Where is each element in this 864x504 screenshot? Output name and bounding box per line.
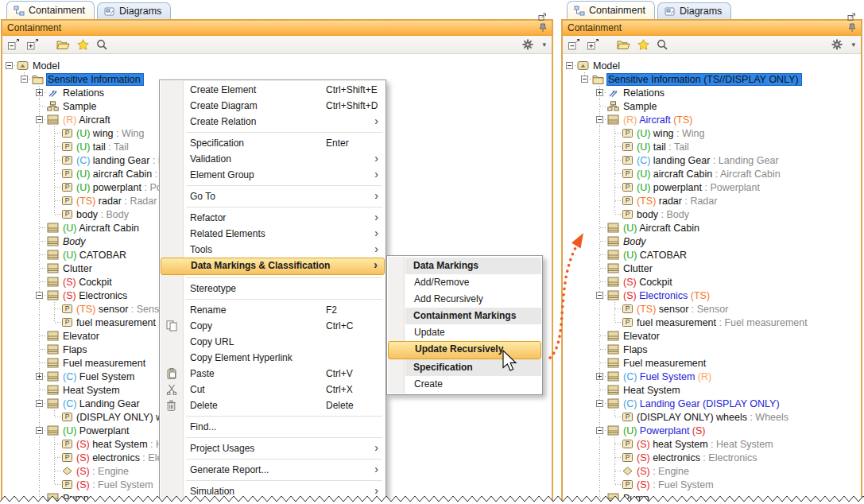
- menu-item-tools[interactable]: Tools›: [161, 242, 385, 258]
- menu-item-rename[interactable]: RenameF2: [161, 302, 385, 318]
- tree-row[interactable]: Flaps: [563, 343, 861, 356]
- tree-row[interactable]: Fuel measurement: [563, 356, 861, 370]
- collapse-all-button[interactable]: [587, 39, 599, 50]
- dropdown-arrow-icon[interactable]: ▾: [851, 41, 855, 48]
- expand-toggle[interactable]: [21, 76, 28, 83]
- tree-row[interactable]: (S) : Engine: [563, 464, 861, 478]
- tree-row[interactable]: (S) Electronics (TS): [563, 289, 861, 302]
- favorites-star-button[interactable]: [637, 39, 649, 50]
- tree-row[interactable]: P(TS) sensor : Sensor: [563, 302, 861, 316]
- tree-row[interactable]: Sensitive Information (TS//DISPLAY ONLY): [563, 72, 861, 86]
- tab-containment[interactable]: Containment: [567, 1, 655, 19]
- tree-guide-line: [40, 349, 47, 350]
- expand-toggle[interactable]: [596, 89, 603, 96]
- menu-item-validation[interactable]: Validation›: [161, 151, 385, 167]
- tree-row[interactable]: (C) Landing Gear (DISPLAY ONLY): [563, 397, 861, 410]
- menu-item-create-relation[interactable]: Create Relation›: [161, 114, 385, 130]
- tree-row[interactable]: Relations: [563, 86, 861, 99]
- tab-diagrams[interactable]: Diagrams: [657, 2, 732, 19]
- dropdown-arrow-icon[interactable]: ▾: [542, 41, 546, 48]
- expand-toggle[interactable]: [36, 427, 43, 434]
- menu-item-copy-url[interactable]: Copy URL: [161, 334, 385, 350]
- tree-row[interactable]: P(U) wing : Wing: [563, 126, 861, 140]
- tab-containment[interactable]: Containment: [6, 1, 95, 19]
- tree-row[interactable]: Elevator: [563, 329, 861, 343]
- menu-item-create-element[interactable]: Create ElementCtrl+Shift+E: [161, 82, 385, 98]
- tree-row[interactable]: P(S) electronics : Electronics: [563, 451, 861, 464]
- search-button[interactable]: [657, 39, 668, 50]
- search-button[interactable]: [96, 39, 107, 50]
- expand-toggle[interactable]: [36, 89, 43, 96]
- menu-item-data-markings-classification[interactable]: Data Markings & Classification›: [161, 258, 385, 275]
- submenu-item-add-recursively[interactable]: Add Recursively: [388, 291, 541, 308]
- submenu-item-update[interactable]: Update: [388, 324, 541, 341]
- pin-button[interactable]: [537, 22, 548, 33]
- tree-row[interactable]: Heat System: [563, 383, 861, 397]
- tree-row[interactable]: P(TS) radar : Radar: [563, 194, 861, 207]
- collapse-all-button[interactable]: [27, 39, 39, 50]
- menu-item-copy[interactable]: CopyCtrl+C: [161, 318, 385, 334]
- menu-item-refactor[interactable]: Refactor›: [161, 210, 385, 226]
- favorites-star-button[interactable]: [77, 39, 89, 50]
- tree-guide-line: [55, 200, 62, 201]
- tree-row[interactable]: P(U) aircraft Cabin : Aircraft Cabin: [563, 167, 861, 180]
- float-button[interactable]: [537, 11, 548, 22]
- expand-toggle[interactable]: [596, 400, 603, 407]
- tree-row[interactable]: P(U) powerplant : Powerplant: [563, 180, 861, 194]
- tree-row[interactable]: Model: [563, 59, 861, 72]
- float-button[interactable]: [846, 11, 858, 22]
- tree-row[interactable]: (R) Aircraft (TS): [563, 113, 861, 126]
- tree-row[interactable]: Clutter: [563, 262, 861, 275]
- pin-button[interactable]: [846, 22, 858, 33]
- tree-row[interactable]: (U) CATOBAR: [563, 248, 861, 262]
- menu-item-stereotype[interactable]: Stereotype: [161, 281, 385, 297]
- menu-item-project-usages[interactable]: Project Usages›: [161, 440, 385, 456]
- tree-row[interactable]: (S) Cockpit: [563, 275, 861, 289]
- tree-row[interactable]: P(U) tail : Tail: [563, 140, 861, 153]
- tab-diagrams[interactable]: Diagrams: [97, 2, 172, 19]
- submenu-item-add-remove[interactable]: Add/Remove: [388, 274, 541, 291]
- settings-gear-button[interactable]: [831, 39, 843, 50]
- menu-item-create-diagram[interactable]: Create DiagramCtrl+Shift+D: [161, 98, 385, 114]
- collapse-button[interactable]: [8, 39, 20, 50]
- tree-row[interactable]: Model: [2, 59, 552, 72]
- tree-row[interactable]: (C) Fuel System (R): [563, 370, 861, 383]
- expand-toggle[interactable]: [36, 400, 43, 407]
- expand-toggle[interactable]: [36, 116, 43, 123]
- menu-item-copy-element-hyperlink[interactable]: Copy Element Hyperlink: [161, 350, 385, 366]
- menu-item-find[interactable]: Find...: [161, 419, 385, 435]
- tree-row[interactable]: Body: [563, 235, 861, 248]
- tree-row[interactable]: P(S) : Fuel System: [563, 478, 861, 491]
- menu-item-generate-report[interactable]: Generate Report...›: [161, 462, 385, 478]
- open-project-button[interactable]: [617, 40, 630, 50]
- tree-row[interactable]: (U) Powerplant (S): [563, 424, 861, 437]
- menu-item-cut[interactable]: CutCtrl+X: [161, 382, 385, 397]
- submenu-item-create[interactable]: Create: [388, 376, 541, 393]
- tree-row[interactable]: P(S) heat System : Heat System: [563, 437, 861, 451]
- open-project-button[interactable]: [56, 40, 70, 50]
- expand-toggle[interactable]: [36, 373, 43, 380]
- expand-toggle[interactable]: [596, 116, 603, 123]
- tree-row[interactable]: Pfuel measurement : Fuel measurement: [563, 316, 861, 329]
- menu-item-go-to[interactable]: Go To›: [161, 188, 385, 204]
- expand-toggle[interactable]: [36, 292, 43, 299]
- menu-item-paste[interactable]: PasteCtrl+V: [161, 366, 385, 382]
- expand-toggle[interactable]: [566, 62, 573, 69]
- collapse-button[interactable]: [568, 39, 580, 50]
- expand-toggle[interactable]: [6, 62, 13, 69]
- settings-gear-button[interactable]: [522, 39, 533, 50]
- expand-toggle[interactable]: [596, 373, 603, 380]
- tree-row[interactable]: Sample: [563, 99, 861, 113]
- tree-row[interactable]: P(DISPLAY ONLY) wheels : Wheels: [563, 410, 861, 424]
- menu-item-specification[interactable]: SpecificationEnter: [161, 135, 385, 151]
- menu-item-related-elements[interactable]: Related Elements›: [161, 226, 385, 242]
- menu-item-delete[interactable]: DeleteDelete: [161, 397, 385, 413]
- tree-row[interactable]: Pbody : Body: [563, 207, 861, 221]
- svg-text:P: P: [65, 318, 70, 326]
- menu-item-element-group[interactable]: Element Group›: [161, 167, 385, 183]
- block-icon: [607, 290, 619, 300]
- expand-toggle[interactable]: [581, 76, 588, 83]
- expand-toggle[interactable]: [596, 427, 603, 434]
- tree-row[interactable]: P(C) landing Gear : Landing Gear: [563, 153, 861, 167]
- tree-row[interactable]: (U) Aircraft Cabin: [563, 221, 861, 235]
